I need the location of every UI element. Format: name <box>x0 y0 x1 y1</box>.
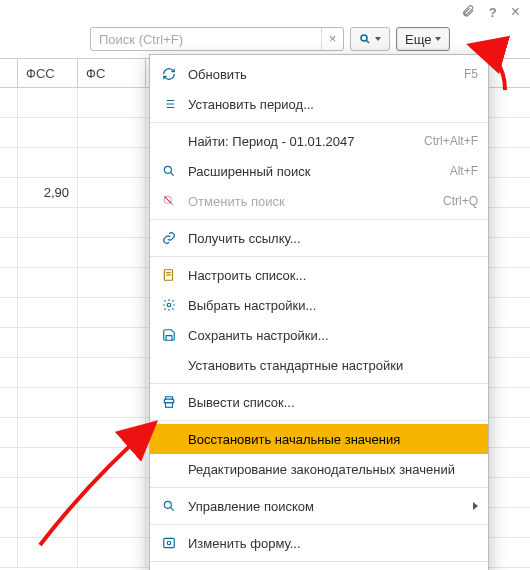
svg-line-13 <box>170 507 173 510</box>
menu-separator <box>150 256 488 257</box>
menu-label: Установить период... <box>188 97 478 112</box>
chevron-down-icon <box>435 37 441 41</box>
menu-separator <box>150 524 488 525</box>
menu-label: Восстановить начальные значения <box>188 432 478 447</box>
menu-item-set-period[interactable]: Установить период... <box>150 89 488 119</box>
svg-rect-11 <box>166 403 173 408</box>
svg-line-1 <box>366 40 369 43</box>
menu-item-configure-list[interactable]: Настроить список... <box>150 260 488 290</box>
menu-item-cancel-search: Отменить поиск Ctrl+Q <box>150 186 488 216</box>
cancel-search-icon <box>160 194 178 208</box>
svg-point-12 <box>164 501 171 508</box>
menu-item-search-management[interactable]: Управление поиском <box>150 491 488 521</box>
period-icon <box>160 97 178 111</box>
menu-label: Расширенный поиск <box>188 164 440 179</box>
header-cell <box>0 59 18 87</box>
more-button[interactable]: Еще <box>396 27 450 51</box>
menu-hotkey: F5 <box>464 67 478 81</box>
menu-item-edit-legislative[interactable]: Редактирование законодательных значений <box>150 454 488 484</box>
menu-label: Установить стандартные настройки <box>188 358 478 373</box>
cell-value: 2,90 <box>18 178 78 207</box>
search-icon <box>160 164 178 178</box>
print-icon <box>160 395 178 409</box>
svg-rect-14 <box>164 538 175 547</box>
header-cell-fs[interactable]: ФС <box>78 59 146 87</box>
link-icon <box>160 231 178 245</box>
list-config-icon <box>160 268 178 282</box>
menu-item-standard-settings[interactable]: Установить стандартные настройки <box>150 350 488 380</box>
menu-item-advanced-search[interactable]: Расширенный поиск Alt+F <box>150 156 488 186</box>
chevron-right-icon <box>473 502 478 510</box>
menu-label: Обновить <box>188 67 454 82</box>
menu-separator <box>150 219 488 220</box>
menu-label: Настроить список... <box>188 268 478 283</box>
search-field-wrap: × <box>90 27 344 51</box>
help-icon[interactable]: ? <box>489 5 497 20</box>
save-settings-icon <box>160 328 178 342</box>
menu-label: Получить ссылку... <box>188 231 478 246</box>
search-dropdown-button[interactable] <box>350 27 390 51</box>
menu-item-choose-settings[interactable]: Выбрать настройки... <box>150 290 488 320</box>
menu-item-help[interactable]: ? Справка F1 <box>150 565 488 570</box>
more-menu: Обновить F5 Установить период... Найти: … <box>149 54 489 570</box>
search-input[interactable] <box>91 32 321 47</box>
menu-item-get-link[interactable]: Получить ссылку... <box>150 223 488 253</box>
menu-item-refresh[interactable]: Обновить F5 <box>150 59 488 89</box>
menu-item-change-form[interactable]: Изменить форму... <box>150 528 488 558</box>
svg-point-10 <box>167 303 171 307</box>
menu-item-find[interactable]: Найти: Период - 01.01.2047 Ctrl+Alt+F <box>150 126 488 156</box>
menu-label: Редактирование законодательных значений <box>188 462 478 477</box>
menu-hotkey: Alt+F <box>450 164 478 178</box>
menu-item-save-settings[interactable]: Сохранить настройки... <box>150 320 488 350</box>
menu-hotkey: Ctrl+Alt+F <box>424 134 478 148</box>
toolbar: × Еще <box>0 24 530 54</box>
menu-separator <box>150 420 488 421</box>
menu-hotkey: Ctrl+Q <box>443 194 478 208</box>
menu-separator <box>150 383 488 384</box>
menu-label: Выбрать настройки... <box>188 298 478 313</box>
menu-label: Сохранить настройки... <box>188 328 478 343</box>
menu-item-restore-defaults[interactable]: Восстановить начальные значения <box>150 424 488 454</box>
close-icon[interactable]: × <box>511 3 520 21</box>
menu-separator <box>150 122 488 123</box>
svg-point-15 <box>167 541 171 545</box>
search-icon <box>160 499 178 513</box>
header-cell-fss[interactable]: ФСС <box>18 59 78 87</box>
menu-label: Изменить форму... <box>188 536 478 551</box>
menu-separator <box>150 561 488 562</box>
window-titlebar: ? × <box>0 0 530 24</box>
svg-line-3 <box>170 172 173 175</box>
gear-pick-icon <box>160 298 178 312</box>
svg-point-2 <box>164 166 171 173</box>
search-clear-button[interactable]: × <box>321 28 343 50</box>
svg-point-0 <box>361 35 367 41</box>
refresh-icon <box>160 67 178 81</box>
menu-label: Вывести список... <box>188 395 478 410</box>
menu-item-print-list[interactable]: Вывести список... <box>150 387 488 417</box>
form-icon <box>160 536 178 550</box>
menu-label: Отменить поиск <box>188 194 433 209</box>
more-button-label: Еще <box>405 32 431 47</box>
menu-separator <box>150 487 488 488</box>
attach-icon[interactable] <box>461 4 475 21</box>
menu-label: Управление поиском <box>188 499 457 514</box>
chevron-down-icon <box>375 37 381 41</box>
menu-label: Найти: Период - 01.01.2047 <box>188 134 414 149</box>
